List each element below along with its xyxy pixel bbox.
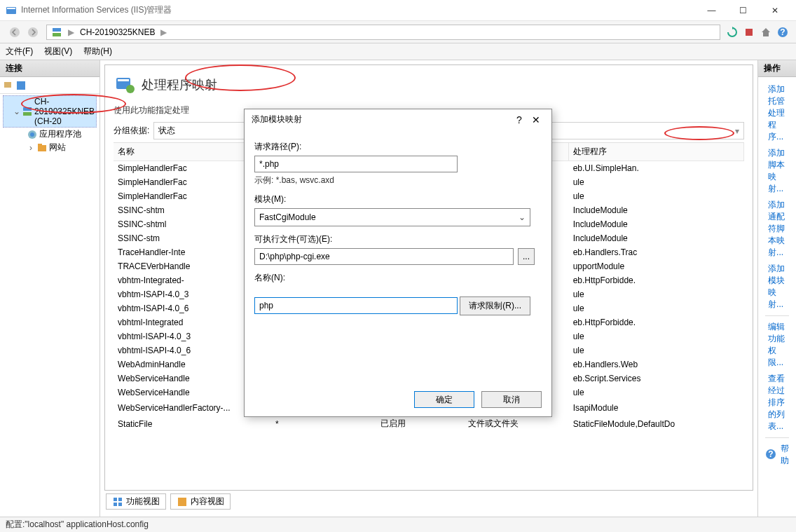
svg-rect-10 bbox=[17, 81, 25, 90]
cell-handler: ule bbox=[569, 287, 744, 301]
svg-rect-22 bbox=[114, 503, 117, 506]
separator bbox=[765, 437, 789, 438]
chevron-down-icon: ⌄ bbox=[519, 212, 526, 222]
action-add-module[interactable]: 添加模块映射... bbox=[761, 261, 793, 313]
menu-help[interactable]: 帮助(H) bbox=[83, 46, 112, 57]
separator bbox=[765, 315, 789, 316]
action-edit-permissions[interactable]: 编辑功能权限... bbox=[761, 319, 793, 371]
close-button[interactable]: ✕ bbox=[759, 1, 790, 20]
request-restrictions-button[interactable]: 请求限制(R)... bbox=[460, 296, 530, 315]
minimize-button[interactable]: — bbox=[696, 1, 727, 20]
status-bar: 配置:"localhost" applicationHost.config bbox=[0, 517, 796, 532]
sites-icon bbox=[36, 142, 48, 154]
server-icon bbox=[22, 106, 33, 117]
content-view-label: 内容视图 bbox=[191, 496, 224, 507]
maximize-button[interactable]: ☐ bbox=[727, 1, 759, 20]
back-button[interactable] bbox=[6, 24, 24, 41]
name-input[interactable] bbox=[254, 297, 458, 314]
address-sep-icon: ▶ bbox=[160, 27, 167, 37]
action-view-ordered[interactable]: 查看经过排序的列表... bbox=[761, 371, 793, 435]
name-label: 名称(N): bbox=[254, 272, 542, 284]
module-select[interactable]: FastCgiModule ⌄ bbox=[254, 208, 530, 226]
svg-rect-11 bbox=[23, 107, 32, 111]
help-label: 帮助 bbox=[781, 443, 789, 467]
connections-tree: ⌄ CH-20190325KNEB (CH-20 应用程序池 › 网站 bbox=[0, 94, 100, 156]
menu-view[interactable]: 视图(V) bbox=[44, 46, 72, 57]
connect-icon[interactable] bbox=[3, 80, 14, 91]
content-view-tab[interactable]: 内容视图 bbox=[170, 493, 231, 510]
request-path-hint: 示例: *.bas, wsvc.axd bbox=[254, 175, 542, 186]
dialog-close-icon[interactable]: ✕ bbox=[528, 114, 544, 125]
feature-view-label: 功能视图 bbox=[126, 496, 160, 507]
svg-point-2 bbox=[10, 27, 20, 37]
browse-button[interactable]: ... bbox=[518, 248, 535, 265]
module-label: 模块(M): bbox=[254, 193, 542, 205]
cell-handler: eb.UI.SimpleHan. bbox=[569, 161, 744, 176]
feature-view-tab[interactable]: 功能视图 bbox=[106, 493, 166, 510]
expand-icon[interactable]: › bbox=[27, 143, 35, 153]
menubar: 文件(F) 视图(V) 帮助(H) bbox=[0, 43, 796, 60]
app-icon bbox=[6, 5, 17, 16]
connections-toolbar bbox=[0, 77, 100, 94]
app-pool-icon bbox=[27, 129, 38, 140]
cell-handler: upportModule bbox=[569, 259, 744, 273]
cell-type: 文件或文件夹 bbox=[464, 416, 569, 432]
action-add-managed[interactable]: 添加托管处理程序... bbox=[761, 81, 793, 145]
actions-list: 添加托管处理程序... 添加脚本映射... 添加通配符脚本映射... 添加模块映… bbox=[758, 77, 796, 473]
svg-rect-4 bbox=[53, 28, 61, 32]
tree-node-app-pools[interactable]: 应用程序池 bbox=[3, 128, 97, 141]
cell-handler: IncludeModule bbox=[569, 231, 744, 245]
svg-rect-1 bbox=[7, 8, 15, 9]
home-icon[interactable] bbox=[758, 25, 774, 40]
address-sep-icon: ▶ bbox=[68, 27, 74, 37]
table-row[interactable]: StaticFile*已启用文件或文件夹StaticFileModule,Def… bbox=[114, 416, 744, 432]
svg-rect-18 bbox=[118, 79, 129, 81]
tree-node-label: 网站 bbox=[49, 142, 66, 154]
menu-file[interactable]: 文件(F) bbox=[6, 46, 33, 57]
group-by-label: 分组依据: bbox=[114, 125, 149, 137]
svg-rect-9 bbox=[4, 82, 11, 88]
svg-rect-24 bbox=[178, 498, 186, 506]
svg-rect-23 bbox=[118, 503, 122, 506]
cell-handler: eb.Handlers.Web bbox=[569, 357, 744, 371]
cell-handler: IncludeModule bbox=[569, 203, 744, 217]
ok-button[interactable]: 确定 bbox=[414, 391, 474, 408]
address-bar[interactable]: ▶ CH-20190325KNEB ▶ bbox=[46, 25, 720, 40]
tree-node-sites[interactable]: › 网站 bbox=[3, 141, 97, 154]
action-add-script[interactable]: 添加脚本映射... bbox=[761, 145, 793, 197]
cell-handler: StaticFileModule,DefaultDo bbox=[569, 416, 744, 432]
svg-rect-16 bbox=[38, 144, 42, 146]
refresh-icon[interactable] bbox=[725, 25, 740, 40]
cell-handler: ule bbox=[569, 329, 744, 343]
stop-icon[interactable] bbox=[741, 25, 757, 40]
request-path-input[interactable] bbox=[254, 156, 458, 172]
collapse-icon[interactable]: ⌄ bbox=[13, 107, 20, 116]
module-value: FastCgiModule bbox=[259, 212, 316, 222]
save-icon[interactable] bbox=[15, 80, 27, 91]
cancel-button[interactable]: 取消 bbox=[481, 391, 542, 408]
svg-point-19 bbox=[126, 85, 135, 93]
svg-point-14 bbox=[30, 132, 34, 137]
cell-handler: eb.HttpForbidde. bbox=[569, 315, 744, 329]
cell-handler: IncludeModule bbox=[569, 217, 744, 231]
executable-input[interactable] bbox=[254, 248, 514, 265]
dialog-help-icon[interactable]: ? bbox=[511, 114, 528, 125]
cell-handler: ule bbox=[569, 189, 744, 203]
server-icon bbox=[51, 27, 62, 38]
action-help[interactable]: ? 帮助 bbox=[761, 441, 793, 469]
handler-mapping-icon bbox=[114, 74, 136, 96]
svg-rect-15 bbox=[38, 145, 46, 151]
actions-header: 操作 bbox=[758, 60, 796, 77]
help-icon[interactable]: ? bbox=[775, 25, 790, 40]
cell-handler: ule bbox=[569, 386, 744, 400]
help-icon: ? bbox=[765, 449, 776, 462]
forward-button[interactable] bbox=[24, 24, 42, 41]
action-add-wildcard[interactable]: 添加通配符脚本映射... bbox=[761, 197, 793, 261]
tree-node-host[interactable]: ⌄ CH-20190325KNEB (CH-20 bbox=[3, 95, 97, 128]
window-title: Internet Information Services (IIS)管理器 bbox=[21, 4, 172, 16]
svg-text:?: ? bbox=[768, 449, 773, 459]
svg-rect-21 bbox=[118, 498, 122, 501]
col-handler[interactable]: 处理程序 bbox=[569, 143, 744, 161]
svg-rect-20 bbox=[114, 498, 117, 501]
chevron-down-icon: ▾ bbox=[735, 126, 739, 136]
